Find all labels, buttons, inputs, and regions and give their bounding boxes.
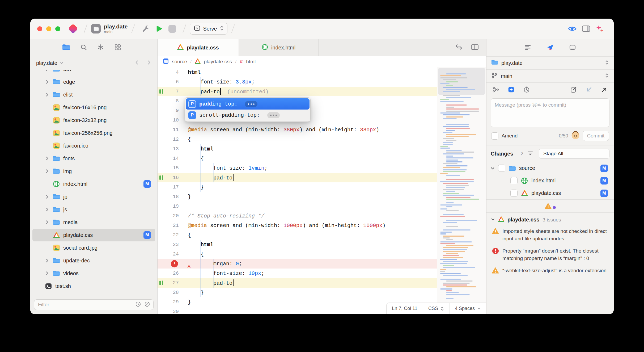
disclosure-chevron-icon[interactable] [45,271,49,276]
file-tree-item-img[interactable]: img [32,165,155,178]
recent-clock-icon[interactable] [135,301,141,308]
more-options-dots-icon[interactable] [267,112,280,118]
disclosure-chevron-icon[interactable] [45,258,49,263]
back-chevron-icon[interactable] [134,60,139,66]
file-tree-item-dev[interactable]: dev [32,70,155,76]
history-stopwatch-icon[interactable] [523,86,530,94]
repo-selector[interactable]: play.date [486,56,614,69]
code-line-19[interactable]: 19 [158,202,437,211]
file-tree-item-media[interactable]: media [32,216,155,229]
breadcrumb-item-rule[interactable]: html [246,59,256,65]
navigate-editors-icon[interactable] [455,44,463,51]
change-item-index.html[interactable]: index.htmlM [486,174,614,187]
file-tree-item-favicon-256x256.png[interactable]: favicon-256x256.png [32,127,155,139]
code-line-21[interactable]: 21@media screen and (min-width: 1000px) … [158,221,437,230]
compose-commit-icon[interactable] [570,86,577,94]
breadcrumb-item-source[interactable]: source [172,59,187,65]
file-tree-item-playdate.css[interactable]: playdate.cssM [32,229,155,241]
branch-selector[interactable]: main [486,69,614,82]
code-line-4[interactable]: 4html [158,68,437,77]
code-line-11[interactable]: 11@media screen and (min-width: 380px) a… [158,125,437,135]
issue-item-2[interactable]: Property “mrgan” doesn’t exist. The clos… [486,245,614,265]
sidebar-project-selector[interactable]: play.date [36,60,57,66]
code-line-25[interactable]: ! mrgan: 0;^ [158,259,437,269]
file-tree-item-js[interactable]: js [32,203,155,216]
code-line-16[interactable]: 16 pad-to [158,173,437,182]
issues-summary-badge[interactable] [486,200,614,212]
forward-chevron-icon[interactable] [147,60,151,66]
stage-checkbox[interactable] [498,165,505,172]
file-tree-item-favicon.ico[interactable]: favicon.ico [32,139,155,152]
panel-frame-icon[interactable] [569,44,576,52]
code-line-13[interactable]: 13 html [158,144,437,154]
minimap[interactable] [437,67,486,314]
file-tree-item-elist[interactable]: elist [32,88,155,101]
tab-index-html[interactable]: index.html [239,39,319,56]
file-tree-item-favicon-32x32.png[interactable]: favicon-32x32.png [32,114,155,127]
disclosure-chevron-icon[interactable] [45,92,49,97]
file-tree-item-social-card.jpg[interactable]: social-card.jpg [32,241,155,254]
change-item-playdate.css[interactable]: playdate.cssM [486,187,614,199]
code-line-22[interactable]: 22{ [158,230,437,240]
file-tree-item-videos[interactable]: videos [32,267,155,280]
stage-all-button[interactable]: Stage All [539,149,609,159]
disclosure-chevron-icon[interactable] [45,220,49,225]
preview-eye-button[interactable] [568,26,577,32]
stage-checkbox[interactable] [510,177,518,184]
code-line-23[interactable]: 23 html [158,240,437,249]
commit-graph-icon[interactable] [492,86,499,94]
code-line-27[interactable]: 27 pad-to [158,278,437,288]
code-line-28[interactable]: 28 } [158,288,437,297]
autocomplete-item-padding-top[interactable]: P padding-top: [186,98,310,110]
search-icon[interactable] [80,44,87,52]
serve-task-selector[interactable]: Serve [190,23,227,35]
autocomplete-item-scroll-padding-top[interactable]: P scroll-padding-top: [186,110,310,121]
breadcrumb-item-file[interactable]: playdate.css [204,59,232,65]
filter-lines-icon[interactable] [527,150,533,157]
toggle-panels-button[interactable] [582,25,590,32]
grid-view-icon[interactable] [114,44,121,52]
code-line-20[interactable]: 20/* Stop auto-resizing */ [158,211,437,221]
file-tree-item-edge[interactable]: edge [32,76,155,88]
issue-item-1[interactable]: Imported style sheets are not checked in… [486,225,614,245]
issues-header[interactable]: playdate.css 3 issues [486,213,614,225]
file-tree-item-update-dec[interactable]: update-dec [32,254,155,267]
code-line-14[interactable]: 14 { [158,154,437,163]
symbols-asterisk-icon[interactable] [97,44,104,52]
build-button[interactable] [141,25,149,33]
code-line-26[interactable]: 26 font-size: 10px; [158,269,437,278]
run-button[interactable] [155,24,163,33]
code-line-18[interactable]: 18} [158,192,437,202]
pull-arrow-icon[interactable] [586,86,592,94]
publish-rocket-icon[interactable] [546,44,554,52]
code-line-6[interactable]: 6 font-size: 3.8px; [158,77,437,87]
disclosure-chevron-icon[interactable] [45,70,49,72]
minimize-window-button[interactable] [46,26,51,31]
commit-button[interactable]: Commit [583,131,609,141]
text-report-icon[interactable] [524,44,532,52]
split-editor-icon[interactable] [471,44,479,51]
code-line-7[interactable]: 7 pad-to (uncommitted) [158,87,437,96]
disclosure-chevron-icon[interactable] [45,169,49,174]
code-line-17[interactable]: 17 } [158,182,437,192]
filter-input[interactable]: Filter [34,299,154,310]
code-line-15[interactable]: 15 font-size: 1vmin; [158,163,437,173]
issue-item-3[interactable]: “-webkit-text-size-adjust” is a vendor e… [486,265,614,277]
file-tree-item-favicon-16x16.png[interactable]: favicon-16x16.png [32,101,155,114]
commit-message-input[interactable]: Message (press ⌘⏎ to commit) [491,98,609,127]
files-sidebar-icon[interactable] [62,44,70,52]
more-options-dots-icon[interactable] [245,101,257,107]
disclosure-chevron-icon[interactable] [45,156,49,161]
user-avatar[interactable] [571,131,579,141]
staged-changes-icon[interactable] [508,86,515,94]
file-tree-item-test.sh[interactable]: test.sh [32,280,155,292]
disclosure-chevron-icon[interactable] [45,207,49,212]
scope-filter-icon[interactable] [144,301,150,308]
code-line-12[interactable]: 12{ [158,135,437,144]
stop-button[interactable] [168,25,176,33]
push-arrow-icon[interactable] [601,86,608,94]
code-line-24[interactable]: 24 { [158,249,437,259]
change-item-source[interactable]: sourceM [486,162,614,174]
zoom-window-button[interactable] [55,26,60,31]
file-tree-item-jp[interactable]: jp [32,190,155,203]
